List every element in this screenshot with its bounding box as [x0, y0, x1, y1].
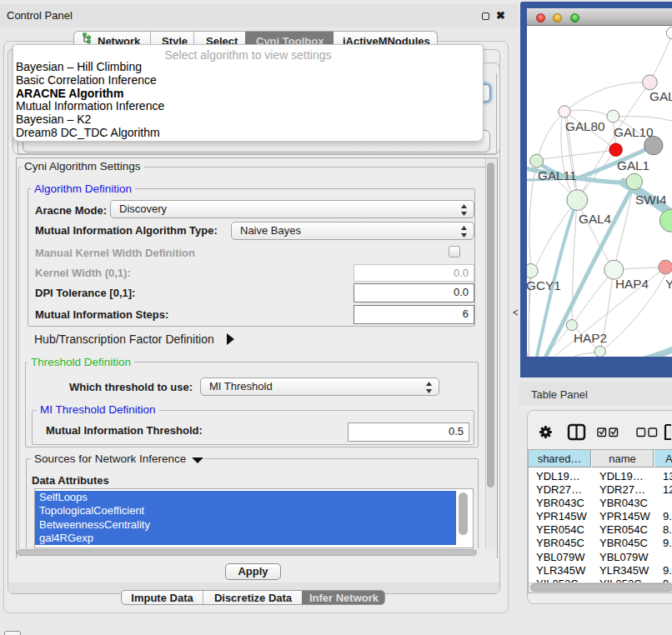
svg-text:GAL4: GAL4 [579, 212, 612, 226]
svg-text:GAL1: GAL1 [617, 158, 649, 172]
svg-text:HAP4: HAP4 [615, 277, 649, 291]
svg-text:HAP2: HAP2 [574, 331, 607, 345]
svg-text:GAL80: GAL80 [565, 119, 605, 133]
svg-text:GAL10: GAL10 [614, 125, 654, 139]
svg-text:GAL11: GAL11 [538, 168, 577, 182]
svg-text:GAL7: GAL7 [649, 89, 672, 103]
svg-text:YJ: YJ [665, 277, 672, 291]
svg-text:GCY1: GCY1 [527, 278, 561, 292]
svg-text:SWI4: SWI4 [635, 192, 667, 207]
